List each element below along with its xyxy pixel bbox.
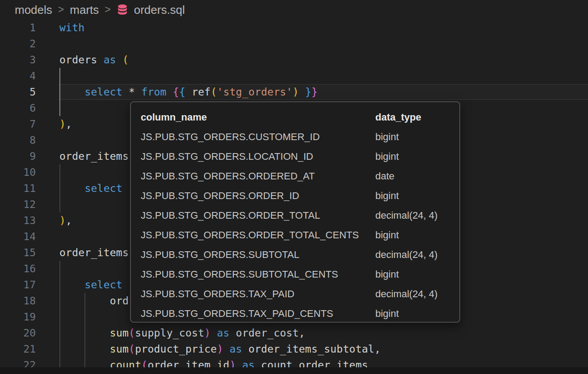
code-line[interactable]: 4 <box>0 68 588 84</box>
breadcrumb: models > marts > orders.sql <box>0 0 588 20</box>
indent-guide <box>84 309 85 325</box>
code-text: sum(supply_cost) as order_cost, <box>59 325 305 341</box>
column-name-header: column_name <box>141 108 375 127</box>
column-info-row: JS.PUB.STG_ORDERS.CUSTOMER_IDbigint <box>141 127 459 147</box>
line-number: 10 <box>0 164 36 180</box>
data-type-cell: date <box>375 166 459 186</box>
indent-guide <box>59 68 60 84</box>
breadcrumb-item-models[interactable]: models <box>15 3 52 17</box>
popup-table-body: JS.PUB.STG_ORDERS.CUSTOMER_IDbigintJS.PU… <box>141 127 459 323</box>
line-number: 4 <box>0 68 36 84</box>
indent-guide <box>59 196 60 212</box>
line-number: 20 <box>0 325 36 341</box>
code-line[interactable]: 1with <box>0 20 588 36</box>
popup-header-row: column_name data_type <box>141 108 459 127</box>
chevron-right-icon: > <box>105 4 110 16</box>
column-name-cell: JS.PUB.STG_ORDERS.ORDERED_AT <box>141 166 375 186</box>
column-info-popup: column_name data_type JS.PUB.STG_ORDERS.… <box>130 101 460 323</box>
line-number: 18 <box>0 293 36 309</box>
line-number: 16 <box>0 261 36 277</box>
code-text: order_items <box>59 148 129 164</box>
column-info-row: JS.PUB.STG_ORDERS.SUBTOTAL_CENTSbigint <box>141 265 459 284</box>
line-number: 11 <box>0 180 36 196</box>
indent-guide <box>59 309 60 325</box>
code-text: orders as ( <box>59 52 129 68</box>
line-number: 2 <box>0 36 36 52</box>
editor-bottom-strip <box>0 367 588 374</box>
column-name-cell: JS.PUB.STG_ORDERS.ORDER_TOTAL <box>141 206 375 225</box>
line-number: 19 <box>0 309 36 325</box>
code-text: select * from {{ ref('stg_orders') }} <box>59 84 318 100</box>
column-name-cell: JS.PUB.STG_ORDERS.SUBTOTAL_CENTS <box>141 265 375 284</box>
data-type-cell: bigint <box>375 127 459 147</box>
data-type-cell: decimal(24, 4) <box>375 206 459 225</box>
data-type-cell: bigint <box>375 186 459 206</box>
column-info-row: JS.PUB.STG_ORDERS.TAX_PAIDdecimal(24, 4) <box>141 284 459 304</box>
data-type-cell: bigint <box>375 265 459 284</box>
column-name-cell: JS.PUB.STG_ORDERS.ORDER_TOTAL_CENTS <box>141 225 375 245</box>
column-name-cell: JS.PUB.STG_ORDERS.TAX_PAID_CENTS <box>141 304 375 323</box>
column-info-row: JS.PUB.STG_ORDERS.ORDER_IDbigint <box>141 186 459 206</box>
code-line[interactable]: 5 select * from {{ ref('stg_orders') }} <box>0 84 588 100</box>
line-number: 3 <box>0 52 36 68</box>
line-number: 15 <box>0 245 36 261</box>
column-name-cell: JS.PUB.STG_ORDERS.LOCATION_ID <box>141 147 375 166</box>
column-name-cell: JS.PUB.STG_ORDERS.CUSTOMER_ID <box>141 127 375 147</box>
database-icon <box>117 4 128 16</box>
data-type-cell: bigint <box>375 304 459 323</box>
code-text: sum(product_price) as order_items_subtot… <box>59 341 381 357</box>
line-number: 7 <box>0 116 36 132</box>
code-text: select <box>59 277 122 293</box>
indent-guide <box>59 100 60 116</box>
line-number: 17 <box>0 277 36 293</box>
code-text: order_items <box>59 245 129 261</box>
line-number: 5 <box>0 84 36 100</box>
column-info-row: JS.PUB.STG_ORDERS.TAX_PAID_CENTSbigint <box>141 304 459 323</box>
line-number: 9 <box>0 148 36 164</box>
breadcrumb-item-marts[interactable]: marts <box>70 3 99 17</box>
column-info-row: JS.PUB.STG_ORDERS.ORDER_TOTAL_CENTSbigin… <box>141 225 459 245</box>
line-number: 8 <box>0 132 36 148</box>
column-name-cell: JS.PUB.STG_ORDERS.TAX_PAID <box>141 284 375 304</box>
chevron-right-icon: > <box>58 4 64 16</box>
breadcrumb-item-file[interactable]: orders.sql <box>134 3 185 17</box>
code-text: select <box>59 180 122 196</box>
code-line[interactable]: 3orders as ( <box>0 52 588 68</box>
code-text: ), <box>59 212 72 229</box>
data-type-cell: bigint <box>375 225 459 245</box>
data-type-header: data_type <box>375 108 459 127</box>
column-name-cell: JS.PUB.STG_ORDERS.ORDER_ID <box>141 186 375 206</box>
line-number: 6 <box>0 100 36 116</box>
line-number: 12 <box>0 196 36 212</box>
column-name-cell: JS.PUB.STG_ORDERS.SUBTOTAL <box>141 245 375 265</box>
data-type-cell: decimal(24, 4) <box>375 245 459 265</box>
column-info-row: JS.PUB.STG_ORDERS.LOCATION_IDbigint <box>141 147 459 166</box>
data-type-cell: decimal(24, 4) <box>375 284 459 304</box>
code-text: ord <box>59 293 129 309</box>
line-number: 13 <box>0 212 36 229</box>
indent-guide <box>59 164 60 180</box>
code-line[interactable]: 20 sum(supply_cost) as order_cost, <box>0 325 588 341</box>
line-number: 1 <box>0 20 36 36</box>
code-text: ), <box>59 116 72 132</box>
indent-guide <box>59 261 60 277</box>
line-number: 14 <box>0 229 36 245</box>
column-info-row: JS.PUB.STG_ORDERS.ORDER_TOTALdecimal(24,… <box>141 206 459 225</box>
column-info-row: JS.PUB.STG_ORDERS.SUBTOTALdecimal(24, 4) <box>141 245 459 265</box>
code-line[interactable]: 2 <box>0 36 588 52</box>
data-type-cell: bigint <box>375 147 459 166</box>
code-text: with <box>59 20 84 36</box>
column-info-row: JS.PUB.STG_ORDERS.ORDERED_ATdate <box>141 166 459 186</box>
line-number: 21 <box>0 341 36 357</box>
code-line[interactable]: 21 sum(product_price) as order_items_sub… <box>0 341 588 357</box>
